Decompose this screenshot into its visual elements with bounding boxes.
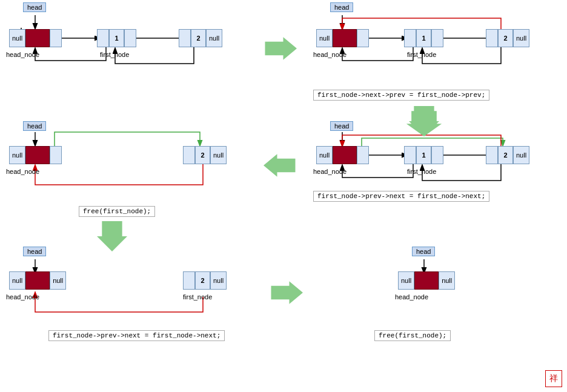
d3-head-node: null [316,146,369,164]
d2-head-label: head [330,2,353,12]
big-arrow-left [264,150,300,181]
d5-node2-val: 2 [195,271,210,290]
code-box-5: free(first_node); [374,330,451,341]
svg-marker-16 [264,154,296,177]
d1-node1: 1 [97,29,136,47]
d5-first-node-label: first_node [183,293,212,301]
big-arrow-2 [267,277,303,308]
watermark: 祥 [545,370,562,387]
d6-head-node-label: head_node [395,293,428,301]
d6-head-null2: null [439,271,455,290]
d5-head-null: null [9,271,25,290]
d2-head-null: null [316,29,333,47]
d3-head-null: null [316,146,333,164]
d6-head-node: null null [398,271,455,290]
d5-head-node-label: head_node [6,293,39,301]
d5-node2-null: null [210,271,227,290]
d4-head-next [50,146,62,164]
d5-head-label: head [23,247,46,256]
d4-head-red [25,146,50,164]
d3-node1-val: 1 [416,146,431,164]
svg-marker-17 [97,221,127,251]
d2-node2-null: null [513,29,529,47]
d1-head-label: head [23,2,46,12]
svg-marker-15 [409,106,439,136]
d6-head-red [414,271,439,290]
d6-head-label: head [412,247,435,256]
d5-node2: 2 null [183,271,227,290]
d3-node2-val: 2 [498,146,513,164]
d1-head-node: null [9,29,62,47]
code-box-4: first_node->prev->next = first_node->nex… [48,330,225,341]
big-arrow-1 [260,33,297,64]
d3-head-label: head [330,121,353,131]
code-box-1: first_node->next->prev = first_node->pre… [313,90,489,101]
d5-head-null2: null [50,271,66,290]
d3-head-node-label: head_node [313,168,346,175]
d2-node1: 1 [404,29,443,47]
d2-head-next [357,29,369,47]
d3-node2-null: null [513,146,529,164]
d4-node2-val: 2 [195,146,210,164]
d1-head-next [50,29,62,47]
d2-node1-next [431,29,443,47]
d3-node2-prev [486,146,498,164]
d4-head-node-label: head_node [6,168,39,175]
d3-node1-next [431,146,443,164]
d3-head-next [357,146,369,164]
d4-node2: 2 null [183,146,227,164]
d2-node2-prev [486,29,498,47]
code-box-2: first_node->prev->next = first_node->nex… [313,191,489,202]
d2-node2: 2 null [486,29,529,47]
d1-node2: 2 null [179,29,222,47]
d4-node2-null: null [210,146,227,164]
d1-head-red [25,29,50,47]
d1-node1-prev [97,29,109,47]
big-arrow-down-left [94,221,130,251]
d2-node1-val: 1 [416,29,431,47]
d4-head-null: null [9,146,25,164]
big-arrow-down-right [406,106,442,136]
d1-head-node-label: head_node [6,51,39,58]
d1-node2-null: null [206,29,222,47]
d2-head-node-label: head_node [313,51,346,58]
d5-head-red [25,271,50,290]
d1-node2-val: 2 [191,29,206,47]
d1-first-node-label: first_node [100,51,129,58]
d1-head-null: null [9,29,25,47]
d4-node2-prev [183,146,195,164]
d4-head-node: null [9,146,62,164]
diagram-container: head null head_node 1 first_node 2 null … [0,0,567,392]
d6-head-null: null [398,271,414,290]
d2-first-node-label: first_node [407,51,436,58]
d2-head-red [333,29,357,47]
svg-marker-13 [265,37,297,60]
d2-node2-val: 2 [498,29,513,47]
d3-first-node-label: first_node [407,168,436,175]
d1-node1-next [124,29,136,47]
d3-head-red [333,146,357,164]
d3-node2: 2 null [486,146,529,164]
d2-head-node: null [316,29,369,47]
d1-node2-prev [179,29,191,47]
svg-marker-18 [271,281,303,304]
d3-node1: 1 [404,146,443,164]
d4-head-label: head [23,121,46,131]
d2-node1-prev [404,29,416,47]
d5-node2-prev [183,271,195,290]
code-box-3: free(first_node); [79,206,155,217]
d3-node1-prev [404,146,416,164]
d5-head-node: null null [9,271,66,290]
d1-node1-val: 1 [109,29,124,47]
